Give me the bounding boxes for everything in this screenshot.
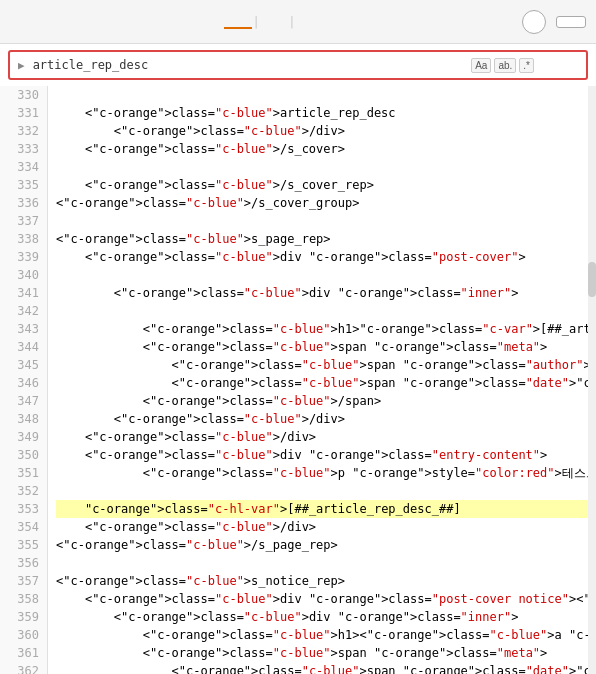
line-number: 362: [0, 662, 47, 674]
line-number: 355: [0, 536, 47, 554]
line-number: 356: [0, 554, 47, 572]
code-line: [56, 554, 596, 572]
line-number: 357: [0, 572, 47, 590]
search-input[interactable]: [33, 58, 468, 72]
tab-separator-1: |: [252, 14, 260, 29]
code-line: <"c-orange">class="c-blue">article_rep_d…: [56, 104, 596, 122]
search-options: Aa ab. .*: [471, 58, 534, 73]
search-bar: ▶ Aa ab. .*: [8, 50, 588, 80]
code-line: [56, 212, 596, 230]
code-line: [56, 302, 596, 320]
line-number: 361: [0, 644, 47, 662]
toolbar: | |: [0, 0, 596, 44]
line-number: 354: [0, 518, 47, 536]
line-number: 335: [0, 176, 47, 194]
line-number: 353: [0, 500, 47, 518]
regex-button[interactable]: .*: [519, 58, 534, 73]
code-line: [56, 86, 596, 104]
line-number: 337: [0, 212, 47, 230]
line-number: 349: [0, 428, 47, 446]
line-number: 334: [0, 158, 47, 176]
code-area[interactable]: <"c-orange">class="c-blue">article_rep_d…: [48, 86, 596, 674]
line-number: 342: [0, 302, 47, 320]
tab-css[interactable]: [260, 16, 288, 28]
code-line: <"c-orange">class="c-blue">span "c-orang…: [56, 644, 596, 662]
line-number: 348: [0, 410, 47, 428]
code-line: <"c-orange">class="c-blue">span "c-orang…: [56, 662, 596, 674]
case-sensitive-button[interactable]: Aa: [471, 58, 491, 73]
line-number: 359: [0, 608, 47, 626]
code-line: <"c-orange">class="c-blue">span "c-orang…: [56, 356, 596, 374]
line-number: 344: [0, 338, 47, 356]
line-number: 330: [0, 86, 47, 104]
code-line: <"c-orange">class="c-blue">/div>: [56, 410, 596, 428]
code-editor: 3303313323333343353363373383393403413423…: [0, 86, 596, 674]
back-button[interactable]: [10, 18, 26, 26]
line-number: 360: [0, 626, 47, 644]
apply-button[interactable]: [556, 16, 586, 28]
code-line: <"c-orange">class="c-blue">p "c-orange">…: [56, 464, 596, 482]
line-number: 341: [0, 284, 47, 302]
code-line: <"c-orange">class="c-blue">span "c-orang…: [56, 374, 596, 392]
scrollbar-track[interactable]: [588, 86, 596, 674]
line-number: 347: [0, 392, 47, 410]
code-line: [56, 482, 596, 500]
code-line: <"c-orange">class="c-blue">s_page_rep>: [56, 230, 596, 248]
code-line: "c-orange">class="c-hl-var">[##_article_…: [56, 500, 596, 518]
code-line: [56, 266, 596, 284]
code-line: <"c-orange">class="c-blue">/s_cover_grou…: [56, 194, 596, 212]
line-number: 352: [0, 482, 47, 500]
code-line: [56, 158, 596, 176]
line-number: 351: [0, 464, 47, 482]
line-number: 346: [0, 374, 47, 392]
line-number: 345: [0, 356, 47, 374]
code-line: <"c-orange">class="c-blue">h1>"c-orange"…: [56, 320, 596, 338]
line-number: 331: [0, 104, 47, 122]
line-number: 339: [0, 248, 47, 266]
code-line: <"c-orange">class="c-blue">/s_page_rep>: [56, 536, 596, 554]
whole-word-button[interactable]: ab.: [494, 58, 516, 73]
tab-html[interactable]: [224, 15, 252, 29]
code-line: <"c-orange">class="c-blue">/div>: [56, 518, 596, 536]
help-button[interactable]: [522, 10, 546, 34]
line-number: 343: [0, 320, 47, 338]
tab-bar: | |: [36, 14, 512, 29]
code-line: <"c-orange">class="c-blue">div "c-orange…: [56, 248, 596, 266]
code-line: <"c-orange">class="c-blue">/span>: [56, 392, 596, 410]
line-number: 340: [0, 266, 47, 284]
code-line: <"c-orange">class="c-blue">div "c-orange…: [56, 590, 596, 608]
code-line: <"c-orange">class="c-blue">/s_cover>: [56, 140, 596, 158]
code-line: <"c-orange">class="c-blue">div "c-orange…: [56, 446, 596, 464]
code-line: <"c-orange">class="c-blue">span "c-orang…: [56, 338, 596, 356]
code-line: <"c-orange">class="c-blue">h1><"c-orange…: [56, 626, 596, 644]
line-number: 332: [0, 122, 47, 140]
code-line: <"c-orange">class="c-blue">/div>: [56, 428, 596, 446]
search-expand-icon[interactable]: ▶: [14, 57, 29, 74]
code-line: <"c-orange">class="c-blue">div "c-orange…: [56, 284, 596, 302]
code-line: <"c-orange">class="c-blue">/s_cover_rep>: [56, 176, 596, 194]
code-line: <"c-orange">class="c-blue">div "c-orange…: [56, 608, 596, 626]
scrollbar-thumb[interactable]: [588, 262, 596, 297]
line-number: 358: [0, 590, 47, 608]
tab-separator-2: |: [288, 14, 296, 29]
tab-upload[interactable]: [296, 16, 324, 28]
line-number: 336: [0, 194, 47, 212]
line-number: 350: [0, 446, 47, 464]
line-numbers: 3303313323333343353363373383393403413423…: [0, 86, 48, 674]
code-line: <"c-orange">class="c-blue">s_notice_rep>: [56, 572, 596, 590]
code-line: <"c-orange">class="c-blue">/div>: [56, 122, 596, 140]
line-number: 338: [0, 230, 47, 248]
line-number: 333: [0, 140, 47, 158]
